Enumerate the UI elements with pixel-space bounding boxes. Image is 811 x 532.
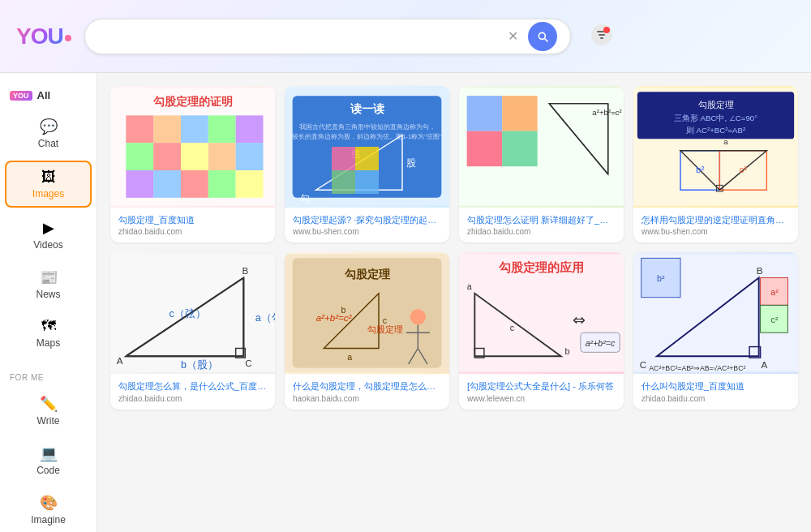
svg-text:A: A: [117, 355, 123, 366]
card-title-2: 勾股定理起源? ·探究勾股定理的起源写一篇议论文: [293, 214, 441, 225]
image-card-8[interactable]: b² a² c² C B A AC²+BC²=AB²⇒AB=√AC²+BC²: [633, 252, 798, 409]
card-info-5: 勾股定理怎么算，是什么公式_百度知道 zhidao.baidu.com: [110, 374, 275, 409]
filter-icon: [590, 24, 613, 46]
search-button[interactable]: [528, 22, 557, 51]
sidebar: YOU All 💬 Chat 🖼 Images ▶ Videos 📰 News …: [0, 73, 97, 532]
svg-rect-36: [467, 96, 503, 131]
search-input[interactable]: 什么是勾股定理: [98, 29, 501, 43]
search-clear-icon[interactable]: ✕: [501, 28, 525, 44]
svg-rect-19: [181, 170, 208, 198]
svg-text:A: A: [762, 359, 768, 370]
svg-rect-18: [153, 170, 181, 198]
svg-text:勾股定理的应用: 勾股定理的应用: [498, 260, 584, 274]
card-info-8: 什么叫勾股定理_百度知道 zhidao.baidu.com: [633, 374, 798, 409]
card-info-3: 勾股定理怎么证明 新详细超好了_百度知道 zhidao.baidu.com: [459, 208, 624, 242]
card-info-1: 勾股定理_百度知道 zhidao.baidu.com: [110, 208, 275, 242]
videos-label: Videos: [33, 239, 62, 251]
card-image-5: a（勾） b（股） c（弦） A B C: [110, 252, 275, 374]
card-domain-2: www.bu-shen.com: [293, 227, 441, 236]
svg-text:b²: b²: [696, 164, 704, 174]
svg-rect-10: [208, 115, 236, 143]
svg-text:a²+b²=c²: a²+b²=c²: [592, 108, 622, 117]
main-layout: YOU All 💬 Chat 🖼 Images ▶ Videos 📰 News …: [0, 73, 811, 532]
imagine-icon: 🎨: [40, 494, 58, 512]
svg-text:C: C: [640, 359, 646, 370]
image-card-2[interactable]: 读一读 我国古代把直角三角形中较短的直角边称为勾， 较长的直角边称为股，斜边称为…: [285, 86, 449, 242]
header: YOU 什么是勾股定理 ✕: [0, 0, 811, 73]
image-card-3[interactable]: a²+b²=c² 勾股定理怎么证明 新详细超好了_百度知道 zhidao.bai…: [459, 86, 624, 242]
videos-icon: ▶: [43, 219, 54, 237]
sidebar-item-news[interactable]: 📰 News: [5, 262, 92, 307]
svg-rect-11: [236, 115, 264, 143]
sidebar-item-code[interactable]: 💻 Code: [5, 438, 92, 483]
image-card-1[interactable]: 勾股定理的证明: [110, 86, 275, 242]
svg-rect-15: [208, 143, 236, 170]
svg-text:a: a: [347, 352, 352, 362]
svg-text:B: B: [242, 265, 248, 276]
svg-text:勾: 勾: [300, 193, 310, 204]
card-image-1: 勾股定理的证明: [110, 86, 275, 208]
image-card-5[interactable]: a（勾） b（股） c（弦） A B C 勾股定理怎么算，是什么公式_百度知道 …: [110, 252, 275, 409]
chat-label: Chat: [38, 138, 58, 149]
logo: YOU: [16, 24, 71, 49]
news-icon: 📰: [40, 268, 58, 286]
svg-text:c（弦）: c（弦）: [169, 308, 206, 320]
svg-text:则 AC²+BC²=AB²: 则 AC²+BC²=AB²: [686, 126, 746, 135]
svg-text:股: 股: [406, 157, 416, 168]
svg-point-77: [410, 309, 426, 324]
sidebar-item-images[interactable]: 🖼 Images: [5, 161, 92, 208]
all-label: All: [37, 89, 51, 101]
card-title-1: 勾股定理_百度知道: [118, 214, 267, 225]
svg-text:AC²+BC²=AB²⇒AB=√AC²+BC²: AC²+BC²=AB²⇒AB=√AC²+BC²: [649, 364, 745, 372]
sidebar-item-maps[interactable]: 🗺 Maps: [5, 311, 92, 355]
svg-rect-32: [355, 147, 379, 170]
sidebar-item-all[interactable]: YOU All: [0, 83, 97, 108]
svg-text:a: a: [723, 137, 728, 146]
logo-dot: [65, 35, 71, 41]
sidebar-item-chat[interactable]: 💬 Chat: [5, 111, 92, 156]
svg-rect-33: [332, 170, 355, 194]
svg-rect-13: [153, 143, 181, 170]
svg-text:a（勾）: a（勾）: [255, 312, 275, 324]
svg-text:较长的直角边称为股，斜边称为弦。图1-1称为"弦图": 较长的直角边称为股，斜边称为弦。图1-1称为"弦图": [292, 133, 442, 140]
card-title-5: 勾股定理怎么算，是什么公式_百度知道: [118, 380, 267, 392]
card-image-6: 勾股定理 a c b a²+b²=c² 勾股定理: [285, 252, 449, 374]
sidebar-item-imagine[interactable]: 🎨 Imagine: [5, 487, 92, 532]
svg-rect-9: [181, 115, 208, 143]
write-icon: ✏️: [40, 395, 58, 413]
search-icon: [536, 30, 549, 43]
svg-text:a²+b²=c²: a²+b²=c²: [316, 312, 353, 323]
svg-rect-34: [355, 170, 379, 194]
for-me-label: For Me: [0, 367, 97, 385]
svg-rect-2: [599, 34, 605, 36]
svg-text:c: c: [383, 315, 388, 325]
images-label: Images: [32, 188, 64, 200]
svg-rect-12: [126, 143, 153, 170]
svg-text:勾股定理: 勾股定理: [367, 324, 403, 334]
sidebar-item-write[interactable]: ✏️ Write: [5, 388, 92, 433]
svg-rect-8: [153, 115, 181, 143]
svg-text:a²: a²: [770, 287, 779, 297]
svg-rect-16: [236, 143, 264, 170]
image-card-4[interactable]: 勾股定理 三角形 ABC中, ∠C=90° 则 AC²+BC²=AB² b² c…: [633, 86, 798, 242]
card-title-7: [勾股定理公式大全是什么] - 乐乐何答: [467, 380, 616, 392]
svg-rect-31: [332, 147, 355, 170]
svg-rect-3: [600, 37, 603, 39]
image-card-6[interactable]: 勾股定理 a c b a²+b²=c² 勾股定理: [285, 252, 449, 409]
card-title-6: 什么是勾股定理，勾股定理是怎么算出来的，你会了吗_好看视频: [293, 380, 441, 392]
card-domain-5: zhidao.baidu.com: [118, 394, 267, 403]
filter-button[interactable]: [590, 24, 613, 49]
card-image-2: 读一读 我国古代把直角三角形中较短的直角边称为勾， 较长的直角边称为股，斜边称为…: [285, 86, 449, 208]
sidebar-item-videos[interactable]: ▶ Videos: [5, 212, 92, 257]
svg-text:c²: c²: [739, 164, 747, 174]
card-domain-4: www.bu-shen.com: [642, 227, 790, 236]
svg-rect-21: [236, 170, 264, 198]
svg-rect-20: [208, 170, 236, 198]
logo-text: YOU: [16, 24, 63, 49]
card-image-8: b² a² c² C B A AC²+BC²=AB²⇒AB=√AC²+BC²: [633, 252, 798, 374]
svg-text:C: C: [245, 358, 251, 368]
svg-text:我国古代把直角三角形中较短的直角边称为勾，: 我国古代把直角三角形中较短的直角边称为勾，: [299, 123, 436, 131]
image-card-7[interactable]: 勾股定理的应用 b a c ⇔ a²+b²=c: [459, 252, 624, 409]
news-label: News: [36, 289, 60, 300]
svg-text:c: c: [510, 324, 515, 333]
